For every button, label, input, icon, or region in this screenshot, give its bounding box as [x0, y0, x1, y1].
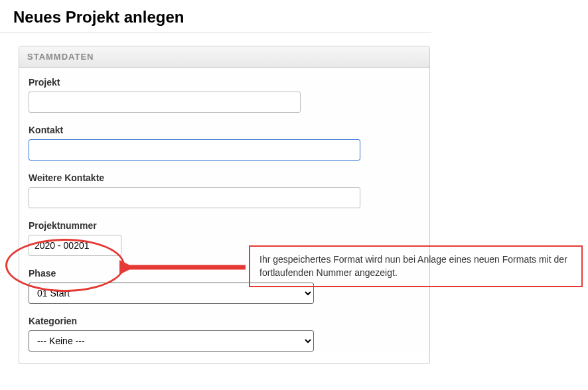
annotation-text: Ihr gespeichertes Format wird nun bei An… — [259, 254, 567, 278]
weitere-kontakte-label: Weitere Kontakte — [29, 172, 420, 183]
weitere-kontakte-input[interactable] — [29, 187, 360, 208]
panel-header: STAMMDATEN — [19, 46, 429, 68]
projektnummer-input[interactable] — [29, 235, 121, 256]
title-divider — [0, 32, 431, 32]
annotation-box: Ihr gespeichertes Format wird nun bei An… — [249, 245, 583, 287]
field-kategorien: Kategorien --- Keine --- — [29, 316, 420, 352]
field-kontakt: Kontakt — [29, 125, 420, 161]
page-title: Neues Projekt anlegen — [0, 0, 588, 32]
kategorien-label: Kategorien — [29, 316, 420, 326]
kontakt-input[interactable] — [29, 139, 360, 161]
field-projekt: Projekt — [29, 77, 420, 113]
kategorien-select[interactable]: --- Keine --- — [29, 330, 314, 352]
kontakt-label: Kontakt — [29, 125, 420, 135]
field-weitere-kontakte: Weitere Kontakte — [29, 172, 420, 208]
stammdaten-panel: STAMMDATEN Projekt Kontakt Weitere Konta… — [19, 46, 430, 364]
projekt-label: Projekt — [29, 77, 420, 88]
projekt-input[interactable] — [29, 92, 301, 113]
projektnummer-label: Projektnummer — [29, 220, 420, 231]
panel-body: Projekt Kontakt Weitere Kontakte Projekt… — [19, 68, 429, 352]
